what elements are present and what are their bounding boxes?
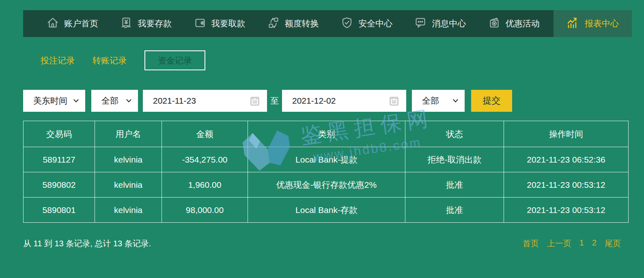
nav-item-quota-transfer[interactable]: 额度转换 [259,10,327,37]
timezone-select-value: 美东时间 [33,95,67,106]
pagination-page-2[interactable]: 2 [592,238,597,249]
header-username: 用户名 [95,121,162,147]
calendar-icon[interactable] [249,95,261,106]
chevron-down-icon [126,97,131,102]
nav-item-message-center[interactable]: 消息中心 [406,10,474,37]
records-table: 交易码 用户名 金额 类别 状态 操作时间 5891127 kelvinia -… [23,121,629,223]
status-select[interactable]: 全部 [412,90,465,112]
records-summary: 从 11 到 13 条记录, 总计 13 条记录. [23,238,151,249]
cell-transaction-code: 5891127 [24,147,95,172]
timezone-select[interactable]: 美东时间 [23,90,85,112]
cell-transaction-code: 5890802 [24,172,95,198]
header-amount: 金额 [162,121,248,147]
nav-item-label: 消息中心 [432,18,466,29]
cell-username: kelvinia [95,198,162,223]
header-status: 状态 [405,121,504,147]
chevron-down-icon [73,97,79,102]
wallet-icon [194,17,206,31]
top-navbar: 账户首页 我要存款 我要取款 [23,10,632,37]
deposit-icon [120,17,132,31]
cell-operation-time: 2021-11-23 00:53:12 [504,198,629,223]
table-row: 5890801 kelvinia 98,000.00 Local Bank-存款… [24,198,629,223]
date-to-input[interactable] [282,96,388,106]
record-tabs: 投注记录 转账记录 资金记录 [41,50,205,70]
category-select[interactable]: 全部 [91,90,138,112]
status-select-value: 全部 [422,95,439,106]
nav-item-report-center[interactable]: 报表中心 [554,10,632,37]
cell-category: 优惠现金-银行存款优惠2% [248,172,405,198]
cell-operation-time: 2021-11-23 00:53:12 [504,172,629,198]
submit-button[interactable]: 提交 [471,90,512,112]
header-category: 类别 [248,121,405,147]
date-to-field [282,90,406,112]
tab-transfer-records[interactable]: 转账记录 [93,55,127,66]
nav-item-label: 我要取款 [211,18,246,29]
table-row: 5890802 kelvinia 1,960.00 优惠现金-银行存款优惠2% … [24,172,629,198]
promo-icon [488,17,500,31]
cell-category: Local Bank-存款 [248,198,405,223]
nav-item-label: 账户首页 [64,18,98,29]
nav-item-account-home[interactable]: 账户首页 [39,10,106,37]
cell-amount: 98,000.00 [162,198,248,223]
transfer-icon [267,17,280,31]
nav-item-label: 报表中心 [585,18,619,29]
home-icon [47,17,59,31]
shield-check-icon [341,17,353,31]
nav-item-promotions[interactable]: 优惠活动 [480,10,548,37]
nav-item-deposit[interactable]: 我要存款 [112,10,180,37]
category-select-value: 全部 [101,95,118,106]
message-icon [414,17,426,31]
nav-item-withdraw[interactable]: 我要取款 [186,10,254,37]
cell-username: kelvinia [95,172,162,198]
nav-item-label: 安全中心 [358,18,392,29]
cell-status: 批准 [405,172,504,198]
chart-icon [566,16,579,31]
date-from-input[interactable] [143,96,249,106]
pagination-last[interactable]: 尾页 [605,238,621,249]
pagination: 首页 上一页 1 2 尾页 [523,238,621,249]
cell-status: 批准 [405,198,504,223]
chevron-down-icon [453,97,458,102]
header-transaction-code: 交易码 [24,121,95,147]
cell-username: kelvinia [95,147,162,172]
date-from-field [143,90,267,112]
cell-transaction-code: 5890801 [24,198,95,223]
table-row: 5891127 kelvinia -354,275.00 Local Bank-… [24,147,629,172]
nav-item-label: 优惠活动 [506,18,540,29]
nav-item-label: 额度转换 [285,18,319,29]
cell-category: Local Bank-提款 [248,147,405,172]
tab-fund-records[interactable]: 资金记录 [144,50,205,70]
calendar-icon[interactable] [388,95,400,106]
date-range-separator: 至 [270,95,279,106]
cell-operation-time: 2021-11-23 06:52:36 [504,147,629,172]
nav-item-security-center[interactable]: 安全中心 [333,10,401,37]
tab-bet-records[interactable]: 投注记录 [41,55,75,66]
nav-item-label: 我要存款 [138,18,172,29]
header-operation-time: 操作时间 [504,121,629,147]
cell-amount: 1,960.00 [162,172,248,198]
cell-status: 拒绝-取消出款 [405,147,504,172]
pagination-page-1[interactable]: 1 [579,238,584,249]
filter-bar: 美东时间 全部 至 全部 [23,90,512,112]
table-header-row: 交易码 用户名 金额 类别 状态 操作时间 [24,121,629,147]
pagination-first[interactable]: 首页 [523,238,539,249]
cell-amount: -354,275.00 [162,147,248,172]
pagination-prev[interactable]: 上一页 [547,238,571,249]
